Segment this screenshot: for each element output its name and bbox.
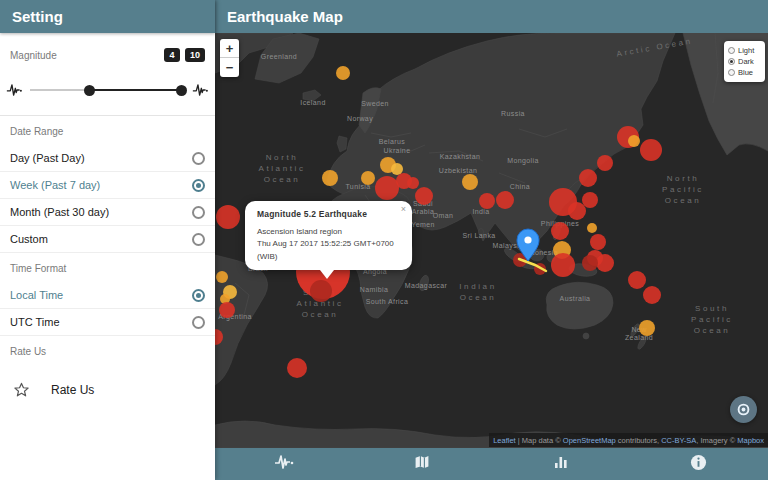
nav-item-seismograph[interactable] <box>215 448 353 480</box>
date-range-option[interactable]: Day (Past Day) <box>0 145 215 172</box>
map-label: Russia <box>501 110 525 117</box>
earthquake-marker[interactable] <box>549 188 577 216</box>
map-label: Uzbekistan <box>439 167 478 174</box>
zoom-in-button[interactable]: + <box>220 39 239 58</box>
earthquake-marker[interactable] <box>639 320 655 336</box>
attribution-text: , Imagery © <box>696 436 737 445</box>
crosshair-icon <box>735 401 752 418</box>
popup-close-icon[interactable]: × <box>401 205 406 214</box>
slider-track[interactable] <box>30 82 185 98</box>
radio-button[interactable] <box>192 179 205 192</box>
radio-button[interactable] <box>192 206 205 219</box>
popup-region: Ascension Island region <box>257 226 402 238</box>
earthquake-marker[interactable] <box>391 163 403 175</box>
radio-button[interactable] <box>728 69 735 76</box>
radio-button[interactable] <box>192 152 205 165</box>
slider-handle-min[interactable] <box>84 85 95 96</box>
map-label: SouthPacificOcean <box>691 304 733 335</box>
earthquake-marker[interactable] <box>219 302 235 318</box>
radio-button[interactable] <box>192 233 205 246</box>
magnitude-row: Magnitude 4 10 <box>0 33 215 65</box>
map-label: South Africa <box>366 298 409 305</box>
earthquake-marker[interactable] <box>322 170 338 186</box>
radio-button[interactable] <box>192 289 205 302</box>
time-format-options: Local TimeUTC Time <box>0 282 215 336</box>
earthquake-marker[interactable] <box>628 271 646 289</box>
layer-option[interactable]: Light <box>728 45 761 56</box>
map-label: Kazakhstan <box>440 153 481 160</box>
earthquake-marker[interactable] <box>628 135 640 147</box>
earthquake-marker[interactable] <box>596 254 614 272</box>
bar-chart-icon <box>553 454 569 474</box>
earthquake-marker[interactable] <box>551 222 569 240</box>
attribution-link[interactable]: OpenStreetMap <box>563 436 616 445</box>
option-label: UTC Time <box>10 316 60 328</box>
option-label: Week (Past 7 day) <box>10 179 100 191</box>
magnitude-label: Magnitude <box>10 50 57 61</box>
rate-us-button[interactable]: Rate Us <box>0 365 215 415</box>
map-label: Sweden <box>361 100 389 107</box>
magnitude-slider <box>0 65 215 115</box>
earthquake-marker[interactable] <box>216 205 240 229</box>
radio-button[interactable] <box>192 316 205 329</box>
earthquake-marker[interactable] <box>336 66 350 80</box>
attribution-link[interactable]: Leaflet <box>493 436 516 445</box>
earthquake-marker[interactable] <box>597 155 613 171</box>
layer-control: LightDarkBlue <box>724 41 765 82</box>
bottom-navigation <box>215 448 768 480</box>
layer-option[interactable]: Dark <box>728 56 761 67</box>
radio-button[interactable] <box>728 58 735 65</box>
earthquake-marker[interactable] <box>582 192 598 208</box>
radio-button[interactable] <box>728 47 735 54</box>
earthquake-marker[interactable] <box>640 139 662 161</box>
slider-handle-max[interactable] <box>176 85 187 96</box>
earthquake-marker[interactable] <box>496 191 514 209</box>
seismograph-icon <box>6 82 23 98</box>
popup-title: Magnitude 5.2 Earthquake <box>257 209 402 219</box>
map-header: Earthquake Map <box>215 0 768 33</box>
magnitude-badges: 4 10 <box>164 48 205 62</box>
earthquake-marker[interactable] <box>582 255 598 271</box>
map-label: Norway <box>347 115 373 123</box>
date-range-option[interactable]: Week (Past 7 day) <box>0 172 215 199</box>
earthquake-marker[interactable] <box>590 234 606 250</box>
nav-item-bar-chart[interactable] <box>492 448 630 480</box>
map-label: Yemen <box>411 221 435 228</box>
time-format-option[interactable]: UTC Time <box>0 309 215 336</box>
map-panel: Earthquake Map <box>215 0 768 480</box>
settings-panel: Setting Magnitude 4 10 <box>0 0 215 480</box>
attribution-link[interactable]: CC-BY-SA <box>661 436 696 445</box>
info-icon <box>690 454 707 475</box>
earthquake-marker[interactable] <box>361 171 375 185</box>
date-range-label: Date Range <box>0 116 215 145</box>
earthquake-marker[interactable] <box>415 187 433 205</box>
date-range-option[interactable]: Month (Past 30 day) <box>0 199 215 226</box>
nav-item-info[interactable] <box>630 448 768 480</box>
attribution-link[interactable]: Mapbox <box>737 436 764 445</box>
earthquake-marker[interactable] <box>462 174 478 190</box>
rate-us-text: Rate Us <box>51 383 94 397</box>
locate-button[interactable] <box>730 396 757 423</box>
earthquake-marker[interactable] <box>407 177 419 189</box>
map-label: Namibia <box>360 286 388 293</box>
nav-item-map[interactable] <box>353 448 491 480</box>
earthquake-marker[interactable] <box>375 176 399 200</box>
earthquake-marker[interactable] <box>310 280 332 302</box>
zoom-out-button[interactable]: − <box>220 58 239 77</box>
attribution-text: contributors, <box>616 436 661 445</box>
time-format-option[interactable]: Local Time <box>0 282 215 309</box>
date-range-option[interactable]: Custom <box>0 226 215 253</box>
layer-option[interactable]: Blue <box>728 67 761 78</box>
attribution-text: | Map data © <box>516 436 563 445</box>
map-canvas[interactable]: GreenlandIcelandSwedenNorwayBelarusUkrai… <box>215 33 768 448</box>
earthquake-marker[interactable] <box>579 169 597 187</box>
map-label: Iceland <box>300 99 325 106</box>
earthquake-marker[interactable] <box>479 193 495 209</box>
earthquake-marker[interactable] <box>587 223 597 233</box>
seismograph-icon <box>273 453 295 475</box>
earthquake-marker[interactable] <box>551 253 575 277</box>
earthquake-marker[interactable] <box>216 271 228 283</box>
earthquake-marker[interactable] <box>643 286 661 304</box>
earthquake-marker[interactable] <box>287 358 307 378</box>
map-label: Ukraine <box>384 147 411 154</box>
